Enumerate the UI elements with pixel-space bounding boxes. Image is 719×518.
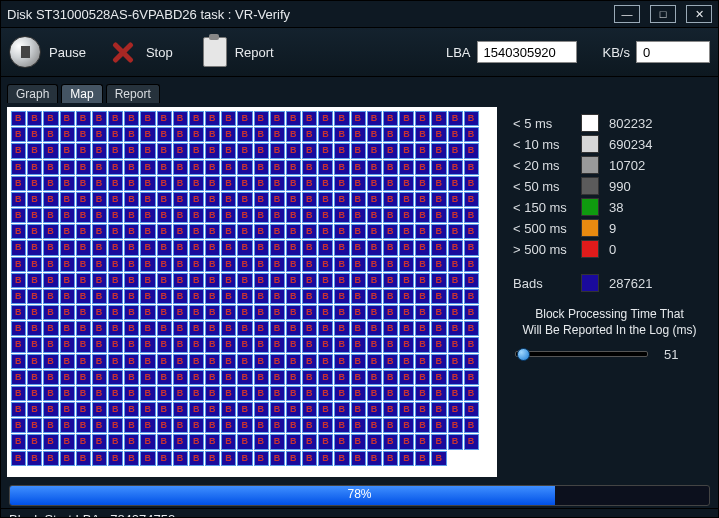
block [415,257,430,272]
stop-button[interactable]: Stop [108,37,173,67]
block [464,208,479,223]
block [464,289,479,304]
block [189,305,204,320]
block [43,402,58,417]
tab-graph[interactable]: Graph [7,84,58,103]
block [237,111,252,126]
block [448,257,463,272]
block [173,240,188,255]
block [11,370,26,385]
block [27,111,42,126]
block [334,192,349,207]
close-button[interactable]: ✕ [686,5,712,23]
block [92,354,107,369]
block [124,337,139,352]
block [351,289,366,304]
block [43,305,58,320]
block [11,111,26,126]
block [254,192,269,207]
block [254,305,269,320]
block [11,386,26,401]
block [367,111,382,126]
block [60,127,75,142]
block [286,451,301,466]
legend-panel: < 5 ms802232< 10 ms690234< 20 ms10702< 5… [497,103,718,479]
block [286,402,301,417]
block [431,160,446,175]
block [399,143,414,158]
block [448,192,463,207]
block [237,240,252,255]
block [221,257,236,272]
block [367,224,382,239]
block [383,305,398,320]
block [334,143,349,158]
block [27,354,42,369]
block [108,418,123,433]
toolbar: Pause Stop Report LBA KB/s [1,28,718,77]
block [399,160,414,175]
block [302,160,317,175]
block [351,224,366,239]
block [173,176,188,191]
lba-field[interactable] [477,41,577,63]
block [286,321,301,336]
block [399,305,414,320]
tab-map[interactable]: Map [61,84,102,103]
block [431,386,446,401]
maximize-button[interactable]: □ [650,5,676,23]
block [448,240,463,255]
block [351,402,366,417]
block [76,337,91,352]
block [270,257,285,272]
block [270,305,285,320]
block [108,160,123,175]
block [124,451,139,466]
block [205,111,220,126]
block [334,418,349,433]
block [76,321,91,336]
log-threshold-slider[interactable] [515,351,648,357]
block [60,289,75,304]
block [124,176,139,191]
tab-report[interactable]: Report [106,84,160,103]
block [334,451,349,466]
block [140,143,155,158]
block [108,273,123,288]
block [302,273,317,288]
block [43,192,58,207]
block [415,208,430,223]
block [464,386,479,401]
kbs-field[interactable] [636,41,710,63]
block [367,192,382,207]
block [205,289,220,304]
block [92,192,107,207]
minimize-button[interactable]: — [614,5,640,23]
block [318,192,333,207]
block [140,370,155,385]
report-button[interactable]: Report [203,37,274,67]
block [270,127,285,142]
block [140,321,155,336]
block [351,192,366,207]
block [334,208,349,223]
block [27,127,42,142]
block [189,418,204,433]
pause-button[interactable]: Pause [9,36,86,68]
block [11,321,26,336]
block [11,224,26,239]
block [157,386,172,401]
kbs-label: KB/s [603,45,630,60]
block [237,127,252,142]
block [60,451,75,466]
block [367,305,382,320]
block [43,143,58,158]
block [140,354,155,369]
block [140,418,155,433]
block [302,370,317,385]
block [464,370,479,385]
block [270,273,285,288]
block [302,354,317,369]
block [431,273,446,288]
block [448,305,463,320]
